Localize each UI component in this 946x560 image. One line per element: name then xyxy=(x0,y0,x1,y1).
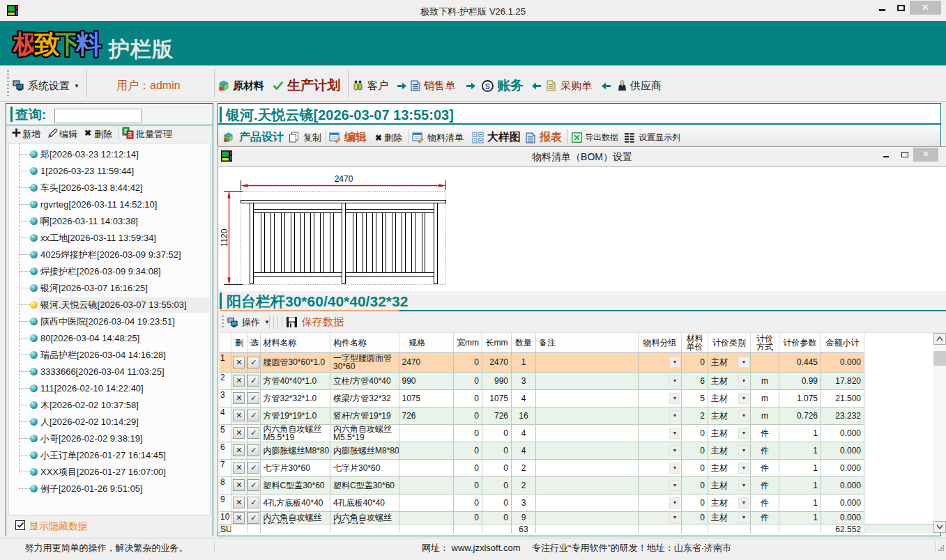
svg-text:S: S xyxy=(485,81,490,90)
svg-text:1120: 1120 xyxy=(220,228,229,247)
svg-text:2470: 2470 xyxy=(335,174,353,184)
